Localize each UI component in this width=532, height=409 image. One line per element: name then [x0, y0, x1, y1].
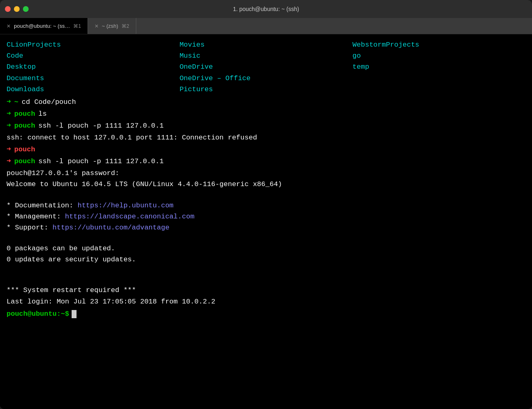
ls-item: OneDrive – Office: [180, 73, 353, 84]
prompt-tilde: ~: [14, 97, 18, 108]
ls-item: Music: [180, 50, 353, 61]
ls-output: CLionProjects Movies WebstormProjects Co…: [7, 39, 525, 95]
tab-zsh-shortcut: ⌘2: [122, 23, 129, 29]
ls-item: temp: [352, 61, 525, 72]
blank-spacer: [7, 190, 525, 200]
cmd-text: ssh -l pouch -p 1111 127.0.0.1: [38, 156, 164, 167]
blank-spacer: [7, 233, 525, 243]
ls-item: Movies: [180, 39, 353, 50]
blank-spacer: [7, 265, 525, 275]
ls-item: go: [352, 50, 525, 61]
command-ssh2: ➜ pouch ssh -l pouch -p 1111 127.0.0.1: [7, 156, 525, 167]
last-login-output: Last login: Mon Jul 23 17:05:05 2018 fro…: [7, 296, 525, 307]
maximize-button[interactable]: [23, 6, 29, 12]
ls-item: CLionProjects: [7, 39, 180, 50]
titlebar: 1. pouch@ubuntu: ~ (ssh): [0, 0, 532, 18]
mgmt-url: https://landscape.canonical.com: [65, 213, 194, 220]
doc-url: https://help.ubuntu.com: [77, 202, 174, 209]
ls-item: Documents: [7, 73, 180, 84]
traffic-lights: [5, 6, 29, 12]
tab-zsh-label: ~ (zsh): [102, 23, 118, 29]
tab-close-icon[interactable]: ✕: [7, 23, 11, 29]
prompt-pouch: pouch: [14, 121, 35, 131]
ls-item: Pictures: [180, 84, 353, 95]
window-title: 1. pouch@ubuntu: ~ (ssh): [233, 6, 299, 12]
tab-zsh[interactable]: ✕ ~ (zsh) ⌘2: [88, 18, 136, 34]
password-prompt-output: pouch@127.0.0.1's password:: [7, 168, 525, 179]
mgmt-line: * Management: https://landscape.canonica…: [7, 211, 525, 222]
ls-item: Code: [7, 50, 180, 61]
command-retry-prompt: ➜ pouch: [7, 144, 525, 155]
cmd-text: ls: [38, 109, 47, 119]
ls-item: Downloads: [7, 84, 180, 95]
command-ls: ➜ pouch ls: [7, 108, 525, 119]
final-prompt-line: pouch@ubuntu:~$: [7, 309, 525, 319]
ls-item: OneDrive: [180, 61, 353, 72]
arrow-icon: ➜: [7, 120, 11, 131]
security-output: 0 updates are security updates.: [7, 254, 525, 265]
terminal-window: 1. pouch@ubuntu: ~ (ssh) ✕ pouch@ubuntu:…: [0, 0, 532, 409]
close-button[interactable]: [5, 6, 11, 12]
command-ssh1: ➜ pouch ssh -l pouch -p 1111 127.0.0.1: [7, 120, 525, 131]
packages-output: 0 packages can be updated.: [7, 243, 525, 254]
blank-spacer: [7, 275, 525, 285]
ls-item: WebstormProjects: [352, 39, 525, 50]
support-label: * Support:: [7, 224, 48, 231]
doc-label: * Documentation:: [7, 202, 73, 209]
welcome-output: Welcome to Ubuntu 16.04.5 LTS (GNU/Linux…: [7, 179, 525, 190]
prompt-pouch: pouch: [14, 109, 35, 119]
mgmt-label: * Management:: [7, 213, 61, 220]
cmd-text: ssh -l pouch -p 1111 127.0.0.1: [38, 121, 164, 131]
arrow-red-icon: ➜: [7, 156, 11, 167]
tab-zsh-close-icon[interactable]: ✕: [95, 23, 99, 29]
minimize-button[interactable]: [14, 6, 20, 12]
cmd-text: cd Code/pouch: [22, 97, 76, 108]
command-cd: ➜ ~ cd Code/pouch: [7, 97, 525, 108]
tab-ssh-label: pouch@ubuntu: ~ (ss…: [14, 23, 70, 29]
tab-ssh[interactable]: ✕ pouch@ubuntu: ~ (ss… ⌘1: [0, 18, 88, 34]
final-prompt: pouch@ubuntu:~$: [7, 309, 69, 319]
arrow-icon: ➜: [7, 108, 11, 119]
prompt-pouch: pouch: [14, 156, 35, 167]
prompt-pouch-red: pouch: [14, 144, 35, 155]
doc-line: * Documentation: https://help.ubuntu.com: [7, 200, 525, 211]
arrow-icon: ➜: [7, 97, 11, 108]
ssh-error-output: ssh: connect to host 127.0.0.1 port 1111…: [7, 132, 525, 143]
restart-output: *** System restart required ***: [7, 285, 525, 296]
ls-item: [352, 84, 525, 95]
terminal-content[interactable]: CLionProjects Movies WebstormProjects Co…: [0, 34, 532, 409]
cursor: [72, 310, 77, 318]
tabbar: ✕ pouch@ubuntu: ~ (ss… ⌘1 ✕ ~ (zsh) ⌘2: [0, 18, 532, 34]
tab-ssh-shortcut: ⌘1: [73, 23, 81, 29]
support-line: * Support: https://ubuntu.com/advantage: [7, 222, 525, 233]
arrow-red-icon: ➜: [7, 144, 11, 155]
ls-item: Desktop: [7, 61, 180, 72]
support-url: https://ubuntu.com/advantage: [52, 224, 169, 231]
ls-item: [352, 73, 525, 84]
